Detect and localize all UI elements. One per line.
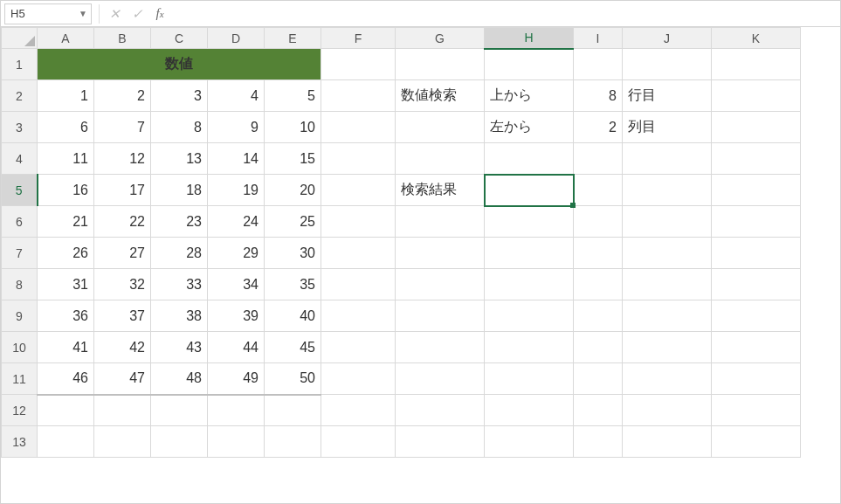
col-header-H[interactable]: H [485,28,574,49]
fx-icon[interactable]: fx [148,3,171,24]
cell-F13[interactable] [321,426,396,458]
cell-J7[interactable] [623,238,712,269]
cell-G6[interactable] [396,206,485,238]
select-all-corner[interactable] [2,28,38,49]
row-header-10[interactable]: 10 [2,332,38,363]
cell-H10[interactable] [485,332,574,363]
cell-F6[interactable] [321,206,396,238]
cell-B13[interactable] [94,426,151,458]
cell-C12[interactable] [151,395,208,426]
cell-A12[interactable] [38,395,94,426]
name-box-dropdown-icon[interactable]: ▼ [79,9,87,18]
cell-K3[interactable] [712,112,801,143]
row-header-8[interactable]: 8 [2,269,38,300]
cell-F7[interactable] [321,238,396,269]
cell-B11[interactable]: 47 [94,363,151,395]
cell-G9[interactable] [396,300,485,332]
cell-I3[interactable]: 2 [574,112,623,143]
cell-J9[interactable] [623,300,712,332]
cell-B5[interactable]: 17 [94,175,151,206]
cell-A5[interactable]: 16 [38,175,94,206]
fill-handle[interactable] [570,203,576,208]
cell-K8[interactable] [712,269,801,300]
cell-H2[interactable]: 上から [485,80,574,112]
cell-E7[interactable]: 30 [265,238,321,269]
cell-D10[interactable]: 44 [208,332,265,363]
cell-I5[interactable] [574,175,623,206]
cell-J8[interactable] [623,269,712,300]
cell-H1[interactable] [485,49,574,80]
cell-H5[interactable] [485,175,574,206]
cell-J13[interactable] [623,426,712,458]
cell-A7[interactable]: 26 [38,238,94,269]
cell-B3[interactable]: 7 [94,112,151,143]
cell-J10[interactable] [623,332,712,363]
cell-F12[interactable] [321,395,396,426]
col-header-A[interactable]: A [38,28,94,49]
cell-H3[interactable]: 左から [485,112,574,143]
cell-J2[interactable]: 行目 [623,80,712,112]
col-header-F[interactable]: F [321,28,396,49]
cell-K13[interactable] [712,426,801,458]
cell-I9[interactable] [574,300,623,332]
row-header-11[interactable]: 11 [2,363,38,395]
cell-J6[interactable] [623,206,712,238]
formula-input[interactable] [171,3,840,24]
cell-E12[interactable] [265,395,321,426]
cell-D8[interactable]: 34 [208,269,265,300]
cell-K7[interactable] [712,238,801,269]
cell-K4[interactable] [712,143,801,175]
cell-H7[interactable] [485,238,574,269]
cell-I8[interactable] [574,269,623,300]
cell-K1[interactable] [712,49,801,80]
cell-G13[interactable] [396,426,485,458]
cell-K10[interactable] [712,332,801,363]
cell-J1[interactable] [623,49,712,80]
row-header-12[interactable]: 12 [2,395,38,426]
name-box[interactable]: H5 ▼ [4,3,92,24]
cell-I10[interactable] [574,332,623,363]
cell-D3[interactable]: 9 [208,112,265,143]
cell-B9[interactable]: 37 [94,300,151,332]
cell-C7[interactable]: 28 [151,238,208,269]
cell-F4[interactable] [321,143,396,175]
cell-C6[interactable]: 23 [151,206,208,238]
cell-H11[interactable] [485,363,574,395]
cell-E13[interactable] [265,426,321,458]
cell-E3[interactable]: 10 [265,112,321,143]
cell-I1[interactable] [574,49,623,80]
cell-I4[interactable] [574,143,623,175]
cell-A8[interactable]: 31 [38,269,94,300]
cell-C10[interactable]: 43 [151,332,208,363]
cell-F10[interactable] [321,332,396,363]
cell-G1[interactable] [396,49,485,80]
cell-E9[interactable]: 40 [265,300,321,332]
row-header-1[interactable]: 1 [2,49,38,80]
cell-H9[interactable] [485,300,574,332]
cell-J5[interactable] [623,175,712,206]
cell-I12[interactable] [574,395,623,426]
cell-A9[interactable]: 36 [38,300,94,332]
col-header-K[interactable]: K [712,28,801,49]
cell-C13[interactable] [151,426,208,458]
cell-I6[interactable] [574,206,623,238]
cell-G2[interactable]: 数値検索 [396,80,485,112]
cell-E8[interactable]: 35 [265,269,321,300]
cell-A11[interactable]: 46 [38,363,94,395]
cell-D5[interactable]: 19 [208,175,265,206]
cell-A6[interactable]: 21 [38,206,94,238]
cell-D6[interactable]: 24 [208,206,265,238]
cell-H4[interactable] [485,143,574,175]
cell-B7[interactable]: 27 [94,238,151,269]
cell-J4[interactable] [623,143,712,175]
cell-E11[interactable]: 50 [265,363,321,395]
cell-E4[interactable]: 15 [265,143,321,175]
cell-D9[interactable]: 39 [208,300,265,332]
cell-H8[interactable] [485,269,574,300]
cell-G7[interactable] [396,238,485,269]
cell-F5[interactable] [321,175,396,206]
cell-C2[interactable]: 3 [151,80,208,112]
cell-H6[interactable] [485,206,574,238]
merged-header-cell[interactable]: 数値 [38,49,321,80]
cell-F1[interactable] [321,49,396,80]
